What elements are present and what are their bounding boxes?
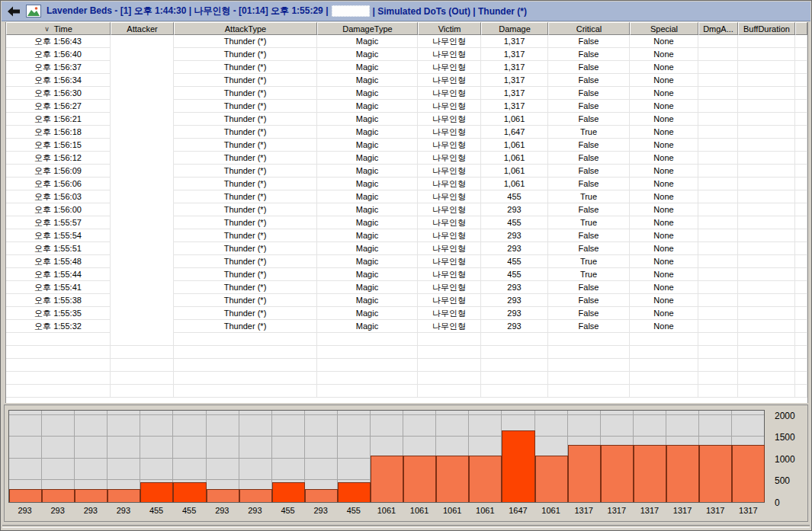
column-header-filler[interactable] (795, 22, 807, 35)
cell-damage: 293 (481, 294, 548, 306)
cell-filler (795, 190, 807, 203)
cell-damage_type (317, 346, 418, 358)
cell-time: 오후 1:55:41 (6, 281, 111, 293)
cell-dmg_a (698, 165, 738, 177)
cell-attack_type: Thunder (*) (174, 294, 317, 306)
chart-bar[interactable] (140, 482, 173, 502)
cell-time: 오후 1:56:27 (6, 100, 111, 112)
chart-bar[interactable] (601, 445, 634, 502)
chart-bar[interactable] (338, 482, 371, 502)
column-header-damage_type[interactable]: DamageType (317, 22, 418, 35)
chart-bar-label: 293 (239, 506, 271, 515)
cell-damage_type: Magic (317, 139, 418, 151)
column-header-time[interactable]: ∨Time (6, 22, 111, 35)
cell-special: None (630, 165, 698, 177)
table-row[interactable] (6, 372, 807, 385)
cell-filler (795, 281, 807, 293)
cell-critical: False (548, 74, 630, 86)
column-header-label: Attacker (127, 24, 157, 34)
chart-bar[interactable] (403, 456, 436, 502)
cell-victim: 나무인형 (418, 320, 481, 332)
chart-bar-slot (502, 411, 534, 502)
column-header-attacker[interactable]: Attacker (111, 22, 174, 35)
chart-bar-label: 1317 (633, 506, 666, 515)
cell-damage_type: Magic (317, 294, 418, 306)
chart-bar[interactable] (371, 456, 403, 502)
chart-bar-slot (75, 411, 108, 502)
cell-attack_type: Thunder (*) (174, 216, 317, 229)
table-row[interactable] (6, 359, 807, 372)
chart-bar[interactable] (469, 456, 502, 502)
cell-attack_type: Thunder (*) (174, 307, 317, 319)
cell-filler (795, 346, 807, 358)
chart-bar[interactable] (634, 445, 666, 502)
chart-y-tick-label: 1000 (775, 454, 795, 465)
cell-filler (795, 165, 807, 177)
chart-bar-slot (403, 411, 436, 502)
column-header-dmg_a[interactable]: DmgA... (698, 22, 738, 35)
chart-bar[interactable] (42, 489, 75, 502)
damage-chart-panel: 2932932932934554552932934552934551061106… (4, 405, 808, 522)
column-header-damage[interactable]: Damage (481, 22, 548, 35)
cell-buff_duration (738, 320, 795, 332)
cell-damage_type: Magic (317, 307, 418, 319)
table-row[interactable] (6, 346, 807, 359)
chart-bar[interactable] (239, 489, 272, 502)
cell-time: 오후 1:55:48 (6, 255, 111, 267)
cell-attack_type (174, 372, 317, 384)
cell-critical: True (548, 126, 630, 138)
column-header-special[interactable]: Special (630, 22, 698, 35)
cell-damage_type: Magic (317, 113, 418, 125)
cell-special: None (630, 307, 698, 319)
chart-bar[interactable] (436, 456, 469, 502)
chart-bar[interactable] (305, 489, 338, 502)
column-header-label: AttackType (225, 24, 266, 34)
chart-bar[interactable] (173, 482, 206, 502)
cell-dmg_a (698, 113, 738, 125)
cell-dmg_a (698, 139, 738, 151)
chart-bar[interactable] (75, 489, 108, 502)
cell-buff_duration (738, 294, 795, 306)
cell-buff_duration (738, 281, 795, 293)
table-row[interactable] (6, 333, 807, 346)
cell-damage_type (317, 372, 418, 384)
cell-attacker (111, 372, 174, 384)
chart-bar[interactable] (502, 430, 534, 502)
cell-buff_duration (738, 385, 795, 397)
cell-dmg_a (698, 372, 738, 384)
cell-special: None (630, 281, 698, 293)
cell-damage_type (317, 359, 418, 371)
cell-time (6, 372, 111, 384)
cell-damage_type: Magic (317, 35, 418, 47)
chart-bar[interactable] (568, 445, 601, 502)
column-header-attack_type[interactable]: AttackType (174, 22, 317, 35)
cell-filler (795, 139, 807, 151)
chart-bar[interactable] (666, 445, 699, 502)
cell-critical (548, 333, 630, 345)
table-row[interactable] (6, 385, 807, 398)
cell-victim: 나무인형 (418, 113, 481, 125)
cell-dmg_a (698, 190, 738, 203)
chart-bar[interactable] (732, 445, 765, 502)
cell-critical (548, 372, 630, 384)
cell-special (630, 359, 698, 371)
chart-bar[interactable] (699, 445, 732, 502)
chart-bar[interactable] (272, 482, 305, 502)
chart-bar[interactable] (9, 489, 42, 502)
back-arrow-icon[interactable] (7, 6, 21, 17)
cell-dmg_a (698, 255, 738, 267)
column-header-victim[interactable]: Victim (418, 22, 481, 35)
chart-bar[interactable] (535, 456, 568, 502)
window-bottom-edge (2, 525, 810, 528)
cell-special (630, 346, 698, 358)
redaction-overlay (111, 35, 174, 333)
chart-bar[interactable] (207, 489, 239, 502)
column-header-critical[interactable]: Critical (548, 22, 630, 35)
column-header-buff_duration[interactable]: BuffDuration (738, 22, 795, 35)
cell-time: 오후 1:55:44 (6, 268, 111, 280)
chart-bar[interactable] (108, 489, 140, 502)
cell-dmg_a (698, 294, 738, 306)
cell-dmg_a (698, 229, 738, 242)
cell-buff_duration (738, 35, 795, 47)
screenshot-image-icon[interactable] (26, 5, 41, 18)
